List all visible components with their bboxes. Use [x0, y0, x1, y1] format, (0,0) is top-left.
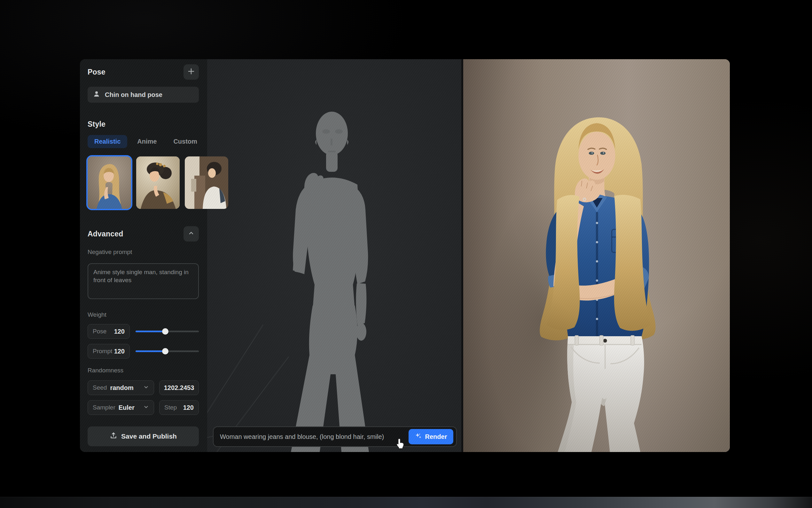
- render-button-label: Render: [425, 433, 447, 440]
- pose-title: Pose: [88, 68, 105, 77]
- prompt-weight-field-label: Prompt: [93, 348, 112, 355]
- pose-item-chin-on-hand[interactable]: Chin on hand pose: [88, 87, 199, 103]
- seed-label: Seed: [93, 384, 107, 391]
- sidebar: Pose Chin on hand pose Style Realistic A…: [80, 59, 207, 452]
- render-button[interactable]: Render: [409, 429, 453, 444]
- chevron-down-icon: [143, 404, 149, 411]
- prompt-weight-value: 120: [114, 348, 125, 355]
- pose-weight-slider-fill: [136, 331, 165, 332]
- step-value: 120: [183, 404, 194, 411]
- pose-weight-slider[interactable]: [136, 328, 199, 335]
- style-thumbnail-realistic-blonde[interactable]: [88, 157, 131, 209]
- save-and-publish-button[interactable]: Save and Publish: [88, 426, 199, 446]
- negative-prompt-label: Negative prompt: [88, 249, 199, 256]
- prompt-bar: Render: [213, 426, 457, 447]
- pose-section-header: Pose: [88, 64, 199, 80]
- screen-bottom-reflection: [0, 497, 812, 508]
- pose-weight-field[interactable]: Pose 120: [88, 324, 130, 339]
- style-tabs: Realistic Anime Custom: [88, 135, 199, 148]
- pose-mannequin: [207, 59, 461, 452]
- pose-viewport: Render: [207, 59, 461, 452]
- save-and-publish-label: Save and Publish: [121, 432, 177, 440]
- prompt-weight-field[interactable]: Prompt 120: [88, 344, 130, 358]
- prompt-weight-slider-fill: [136, 351, 165, 352]
- plus-icon: [188, 68, 195, 76]
- pose-item-label: Chin on hand pose: [105, 91, 162, 98]
- randomness-label: Randomness: [88, 367, 199, 374]
- sparkles-icon: [415, 432, 422, 441]
- rendered-portrait-photo: [463, 59, 730, 452]
- pose-3d-canvas[interactable]: [207, 59, 461, 452]
- seed-number-value: 1202.2453: [164, 384, 194, 391]
- step-label: Step: [164, 404, 177, 411]
- pose-weight-field-label: Pose: [93, 328, 106, 335]
- sampler-label: Sampler: [93, 404, 115, 411]
- chevron-up-icon: [188, 230, 194, 238]
- prompt-weight-slider[interactable]: [136, 348, 199, 354]
- style-title: Style: [88, 120, 199, 129]
- prompt-input[interactable]: [220, 433, 409, 440]
- seed-row: Seed random 1202.2453: [88, 380, 199, 395]
- chevron-down-icon: [143, 384, 149, 391]
- style-thumbnail-custom-indoor[interactable]: [185, 157, 228, 209]
- prompt-weight-slider-thumb[interactable]: [162, 348, 169, 354]
- negative-prompt-input[interactable]: Anime style single man, standing in fron…: [88, 263, 199, 299]
- sampler-value: Euler: [118, 404, 135, 411]
- style-thumbnail-anime-updo[interactable]: [136, 157, 180, 209]
- advanced-collapse-button[interactable]: [184, 226, 199, 242]
- seed-select[interactable]: Seed random: [88, 380, 154, 395]
- pose-weight-row: Pose 120: [88, 324, 199, 339]
- advanced-title: Advanced: [88, 230, 124, 238]
- upload-icon: [110, 432, 117, 441]
- add-pose-button[interactable]: [184, 64, 199, 80]
- prompt-weight-row: Prompt 120: [88, 344, 199, 358]
- pose-weight-value: 120: [114, 328, 125, 335]
- pose-weight-slider-thumb[interactable]: [162, 328, 169, 335]
- step-field[interactable]: Step 120: [159, 400, 199, 415]
- tab-custom[interactable]: Custom: [166, 135, 204, 148]
- sampler-select[interactable]: Sampler Euler: [88, 400, 154, 415]
- seed-value: random: [110, 384, 133, 391]
- rendered-image-panel: [461, 59, 730, 452]
- style-thumbnails: [88, 157, 199, 209]
- tab-realistic[interactable]: Realistic: [88, 135, 127, 148]
- advanced-section-header: Advanced: [88, 226, 199, 242]
- app-window: Pose Chin on hand pose Style Realistic A…: [80, 59, 730, 452]
- tab-anime[interactable]: Anime: [131, 135, 163, 148]
- person-icon: [93, 90, 100, 99]
- seed-number-field[interactable]: 1202.2453: [159, 380, 199, 395]
- sampler-row: Sampler Euler Step 120: [88, 400, 199, 415]
- weight-label: Weight: [88, 311, 199, 318]
- screen: { "colors": { "accent_blue": "#2E7BFF", …: [0, 0, 812, 508]
